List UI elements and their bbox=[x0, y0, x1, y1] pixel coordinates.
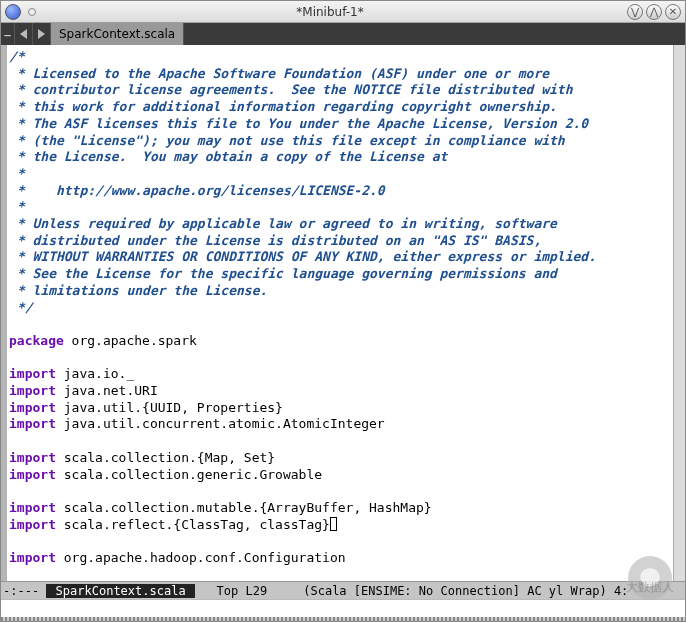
modeline-info: Top L29 (Scala [ENSIME: No Connection] A… bbox=[195, 584, 628, 598]
keyword-import: import bbox=[9, 450, 56, 465]
keyword-import: import bbox=[9, 416, 56, 431]
chat-badge-icon bbox=[628, 556, 672, 600]
keyword-import: import bbox=[9, 500, 56, 515]
import-target: java.io._ bbox=[56, 366, 134, 381]
keyword-import: import bbox=[9, 467, 56, 482]
buffer-tab-label: SparkContext.scala bbox=[59, 27, 175, 41]
comment-line: * distributed under the License is distr… bbox=[9, 233, 541, 248]
mode-line[interactable]: -:--- SparkContext.scala Top L29 (Scala … bbox=[1, 581, 685, 599]
comment-line: * bbox=[9, 199, 25, 214]
comment-line: * The ASF licenses this file to You unde… bbox=[9, 116, 588, 131]
code-editor[interactable]: /* * Licensed to the Apache Software Fou… bbox=[7, 45, 673, 581]
bottom-strip bbox=[1, 617, 685, 621]
import-target: java.util.concurrent.atomic.AtomicIntege… bbox=[56, 416, 385, 431]
comment-line: * the License. You may obtain a copy of … bbox=[9, 149, 447, 164]
app-icon bbox=[5, 4, 21, 20]
keyword-import: import bbox=[9, 383, 56, 398]
tabbar-dash-icon[interactable]: – bbox=[1, 23, 15, 45]
comment-line: * contributor license agreements. See th… bbox=[9, 82, 573, 97]
package-name: org.apache.spark bbox=[64, 333, 197, 348]
comment-line: * limitations under the License. bbox=[9, 283, 267, 298]
comment-line: * WITHOUT WARRANTIES OR CONDITIONS OF AN… bbox=[9, 249, 596, 264]
comment-line: * (the "License"); you may not use this … bbox=[9, 133, 565, 148]
buffer-tab[interactable]: SparkContext.scala bbox=[51, 23, 184, 45]
import-target: scala.collection.mutable.{ArrayBuffer, H… bbox=[56, 500, 432, 515]
window-title: *Minibuf-1* bbox=[36, 5, 624, 19]
import-target: scala.collection.generic.Growable bbox=[56, 467, 322, 482]
comment-line: * See the License for the specific langu… bbox=[9, 266, 557, 281]
minibuffer[interactable]: What is the name of your project's main … bbox=[1, 599, 685, 617]
import-target: scala.reflect.{ClassTag, classTag} bbox=[56, 517, 330, 532]
minimize-button[interactable]: ⋁ bbox=[627, 4, 643, 20]
import-target: org.apache.hadoop.conf.Configuration bbox=[56, 550, 346, 565]
import-target: scala.collection.{Map, Set} bbox=[56, 450, 275, 465]
comment-line: * Unless required by applicable law or a… bbox=[9, 216, 557, 231]
next-buffer-icon[interactable] bbox=[33, 23, 51, 45]
buffer-tabbar: – SparkContext.scala bbox=[1, 23, 685, 45]
comment-line: * Licensed to the Apache Software Founda… bbox=[9, 66, 549, 81]
comment-line: * this work for additional information r… bbox=[9, 99, 557, 114]
modeline-status: -:--- bbox=[3, 584, 46, 598]
keyword-package: package bbox=[9, 333, 64, 348]
text-cursor bbox=[330, 517, 337, 531]
comment-line: /* bbox=[9, 49, 25, 64]
close-button[interactable]: ✕ bbox=[665, 4, 681, 20]
comment-line: * http://www.apache.org/licenses/LICENSE… bbox=[9, 183, 385, 198]
titlebar-dot bbox=[28, 8, 36, 16]
keyword-import: import bbox=[9, 517, 56, 532]
modeline-buffer-name: SparkContext.scala bbox=[46, 584, 195, 598]
keyword-import: import bbox=[9, 366, 56, 381]
window-titlebar: *Minibuf-1* ⋁ ⋀ ✕ bbox=[1, 1, 685, 23]
editor-area: /* * Licensed to the Apache Software Fou… bbox=[1, 45, 685, 621]
maximize-button[interactable]: ⋀ bbox=[646, 4, 662, 20]
vertical-scrollbar[interactable] bbox=[673, 45, 685, 581]
comment-line: */ bbox=[9, 300, 32, 315]
prev-buffer-icon[interactable] bbox=[15, 23, 33, 45]
import-target: java.net.URI bbox=[56, 383, 158, 398]
keyword-import: import bbox=[9, 550, 56, 565]
keyword-import: import bbox=[9, 400, 56, 415]
import-target: java.util.{UUID, Properties} bbox=[56, 400, 283, 415]
comment-line: * bbox=[9, 166, 25, 181]
